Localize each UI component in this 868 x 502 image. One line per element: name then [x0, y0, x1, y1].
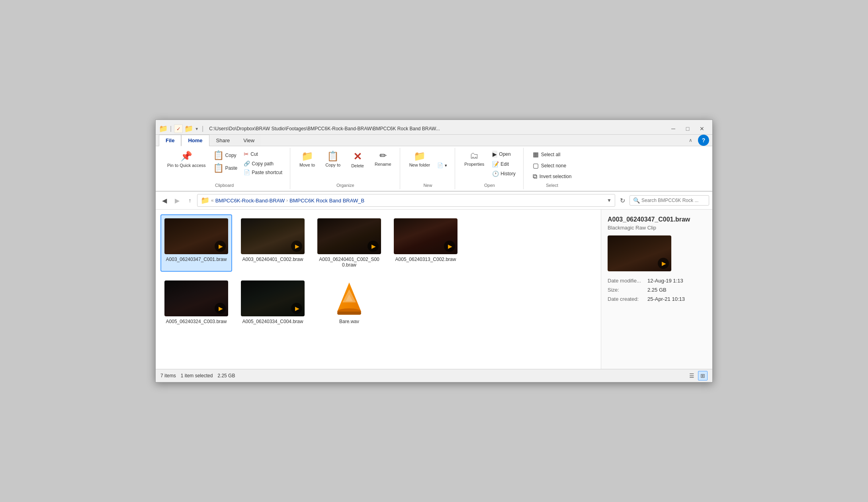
properties-button[interactable]: 🗂 Properties	[461, 149, 488, 169]
cut-button[interactable]: ✂ Cut	[241, 149, 285, 159]
status-left: 7 items 1 item selected 2.25 GB	[160, 373, 235, 378]
search-box[interactable]: 🔍	[629, 195, 709, 206]
refresh-button[interactable]: ↻	[617, 195, 628, 206]
size-label: Size:	[608, 287, 647, 293]
window-controls: ─ □ ✕	[666, 123, 709, 134]
help-button[interactable]: ?	[698, 135, 709, 146]
file-item-3[interactable]: ▶ A003_06240401_C002_S000.braw	[313, 214, 385, 272]
clipboard-group-label: Clipboard	[215, 183, 234, 188]
title-dropdown-icon[interactable]: ▼	[195, 127, 199, 131]
pin-to-quick-access-button[interactable]: 📌 Pin to Quick access	[164, 149, 209, 170]
play-icon-3: ▶	[371, 243, 376, 249]
path-segment-2[interactable]: BMPCC6K Rock Band BRAW_B	[289, 198, 364, 204]
file-thumb-3: ▶	[317, 218, 381, 254]
new-item-button[interactable]: 📄 ▾	[434, 161, 450, 169]
new-folder-icon: 📁	[414, 151, 426, 161]
copy-to-button[interactable]: 📋 Copy to	[322, 149, 344, 169]
select-group: ▦ Select all ▢ Select none ⧉ Invert sele…	[524, 148, 580, 189]
delete-label: Delete	[351, 163, 364, 168]
cut-icon: ✂	[244, 151, 249, 158]
forward-button[interactable]: ▶	[172, 195, 183, 206]
select-group-items: ▦ Select all ▢ Select none ⧉ Invert sele…	[529, 149, 575, 181]
file-item-5[interactable]: ▶ A005_06240324_C003.braw	[160, 276, 232, 328]
select-all-button[interactable]: ▦ Select all	[529, 149, 575, 159]
open-button[interactable]: ▶ Open	[489, 149, 518, 159]
maximize-button[interactable]: □	[680, 123, 695, 134]
play-icon-5: ▶	[219, 305, 223, 312]
file-item-7[interactable]: Bare.wav	[313, 276, 385, 328]
file-item-6[interactable]: ▶ A005_06240334_C004.braw	[237, 276, 309, 328]
history-label: History	[500, 171, 515, 176]
size-row: Size: 2.25 GB	[608, 287, 706, 293]
ribbon-content: 📌 Pin to Quick access 📋 Copy 📋 Paste	[156, 146, 712, 191]
tab-home[interactable]: Home	[181, 135, 209, 146]
selected-count: 1 item selected	[181, 373, 213, 378]
detail-play-button[interactable]: ▶	[658, 258, 669, 269]
vlc-icon	[335, 280, 363, 316]
invert-selection-button[interactable]: ⧉ Invert selection	[529, 172, 575, 181]
select-none-button[interactable]: ▢ Select none	[529, 161, 575, 171]
address-path-bar[interactable]: 📁 « BMPCC6K-Rock-Band-BRAW › BMPCC6K Roc…	[197, 194, 615, 207]
file-item-4[interactable]: ▶ A005_06240313_C002.braw	[390, 214, 461, 272]
properties-icon: 🗂	[470, 151, 479, 160]
tab-file[interactable]: File	[159, 135, 181, 146]
up-button[interactable]: ↑	[184, 195, 195, 206]
tab-view[interactable]: View	[237, 135, 261, 146]
minimize-button[interactable]: ─	[666, 123, 680, 134]
history-icon: 🕐	[492, 171, 499, 177]
move-to-button[interactable]: 📁 Move to	[296, 149, 319, 169]
paste-shortcut-icon: 📄	[244, 169, 250, 175]
file-thumb-1: ▶	[164, 218, 228, 254]
list-view-button[interactable]: ☰	[687, 371, 696, 380]
rename-button[interactable]: ✏ Rename	[371, 149, 395, 169]
date-created-row: Date created: 25-Apr-21 10:13	[608, 296, 706, 302]
paste-shortcut-button[interactable]: 📄 Paste shortcut	[241, 168, 285, 176]
tab-share[interactable]: Share	[209, 135, 237, 146]
play-overlay-5: ▶	[215, 303, 226, 314]
path-dropdown-arrow[interactable]: ▼	[607, 198, 612, 203]
file-name-3: A003_06240401_C002_S000.braw	[317, 257, 381, 268]
delete-button[interactable]: ✕ Delete	[347, 149, 368, 170]
pin-label: Pin to Quick access	[167, 163, 206, 168]
search-input[interactable]	[641, 198, 706, 203]
file-name-2: A003_06240401_C002.braw	[242, 257, 303, 262]
size-value: 2.25 GB	[647, 287, 667, 293]
copy-to-icon: 📋	[327, 151, 339, 161]
file-name-5: A005_06240324_C003.braw	[166, 319, 227, 324]
date-modified-label: Date modifie...	[608, 278, 647, 284]
status-bar: 7 items 1 item selected 2.25 GB ☰ ⊞	[156, 369, 712, 382]
edit-button[interactable]: 📝 Edit	[489, 160, 518, 169]
ribbon-help: ∧ ?	[689, 135, 709, 146]
file-name-6: A005_06240334_C004.braw	[242, 319, 303, 324]
date-created-label: Date created:	[608, 296, 647, 302]
file-item-1[interactable]: ▶ A003_06240347_C001.braw	[160, 214, 232, 272]
paste-shortcut-label: Paste shortcut	[252, 170, 282, 175]
copy-button[interactable]: 📋 Copy	[210, 149, 240, 161]
new-folder-button[interactable]: 📁 New folder	[406, 149, 434, 169]
select-none-icon: ▢	[533, 162, 539, 169]
close-button[interactable]: ✕	[695, 123, 709, 134]
paste-button[interactable]: 📋 Paste	[210, 162, 240, 174]
file-thumb-2: ▶	[241, 218, 305, 254]
play-icon-4: ▶	[448, 243, 452, 249]
play-overlay-2: ▶	[291, 241, 302, 252]
play-icon-2: ▶	[295, 243, 299, 249]
invert-selection-icon: ⧉	[533, 173, 537, 180]
new-folder-label: New folder	[409, 163, 430, 167]
file-item-2[interactable]: ▶ A003_06240401_C002.braw	[237, 214, 309, 272]
path-segment-1[interactable]: BMPCC6K-Rock-Band-BRAW	[215, 198, 285, 204]
file-thumb-5: ▶	[164, 280, 228, 316]
title-separator: |	[170, 125, 172, 132]
history-button[interactable]: 🕐 History	[489, 169, 518, 178]
save-icon[interactable]: ✓	[174, 124, 183, 133]
organize-group: 📁 Move to 📋 Copy to ✕ Delete ✏ Rename	[291, 148, 400, 189]
select-group-label: Select	[546, 183, 558, 188]
open-icon: ▶	[492, 151, 497, 158]
path-chevron: ›	[286, 198, 288, 203]
copy-path-button[interactable]: 🔗 Copy path	[241, 159, 285, 168]
ribbon: File Home Share View ∧ ? 📌 Pin to Quick …	[156, 135, 712, 192]
folder-icon: 📁	[159, 124, 168, 133]
collapse-ribbon-icon[interactable]: ∧	[689, 137, 692, 143]
grid-view-button[interactable]: ⊞	[698, 371, 708, 380]
back-button[interactable]: ◀	[159, 195, 170, 206]
